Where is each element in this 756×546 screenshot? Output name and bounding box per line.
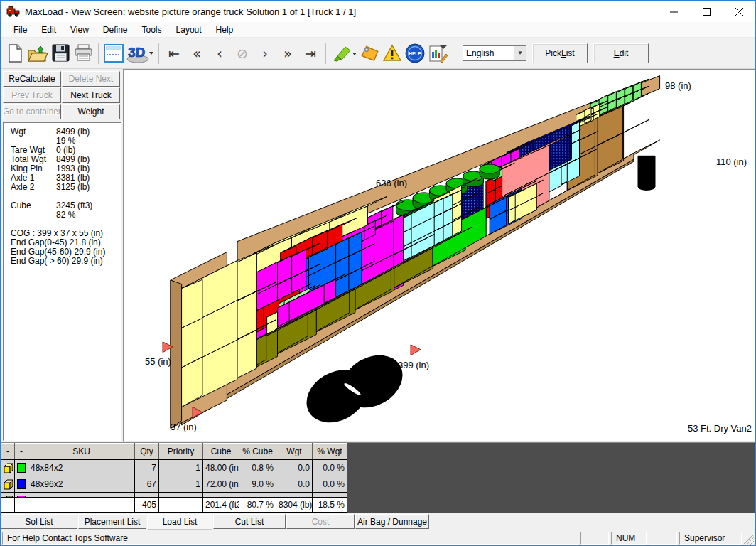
weight-button[interactable]: Weight: [62, 104, 120, 119]
picklist-button[interactable]: PickList: [532, 43, 588, 63]
menu-layout[interactable]: Layout: [169, 23, 209, 36]
go-last-button[interactable]: ⇥: [299, 41, 322, 65]
menu-edit[interactable]: Edit: [34, 23, 63, 36]
stat-endgap-3: End Gap( > 60) 29.9 (in): [11, 257, 118, 266]
open-file-button[interactable]: [26, 41, 49, 65]
col-header-cube[interactable]: Cube: [203, 444, 239, 459]
load-list-header: - - SKU Qty Priority Cube % Cube Wgt % W…: [1, 443, 347, 459]
truck-load-drawing: 636 (in) 98 (in) 110 (in) 55 (in) 399 (i…: [124, 70, 755, 441]
cell-wgt: 0.0: [276, 460, 313, 476]
go-to-container-button[interactable]: Go to container: [3, 104, 61, 119]
cancel-icon: ⊘: [237, 46, 248, 61]
cancel-button[interactable]: ⊘: [231, 41, 254, 65]
minimize-button[interactable]: [657, 1, 690, 22]
tab-placement-list[interactable]: Placement List: [78, 514, 146, 529]
close-icon: [735, 8, 743, 16]
total-wgt: 8304 (lb): [276, 498, 313, 513]
cell-cube: 72.00 (in3): [203, 476, 239, 493]
stat-cube-pct: 82 %: [11, 210, 118, 220]
report-button[interactable]: [426, 41, 449, 65]
resize-grip[interactable]: [744, 535, 754, 545]
col-header-pct-wgt[interactable]: % Wgt: [313, 444, 347, 459]
go-last-icon: ⇥: [305, 46, 316, 61]
tab-cost[interactable]: Cost: [286, 514, 355, 529]
col-header-wgt[interactable]: Wgt: [276, 444, 313, 459]
go-prev-button[interactable]: ‹: [208, 41, 231, 65]
app-window: MaxLoad - View Screen: website picture o…: [0, 0, 756, 546]
cell-pct-cube: 9.0 %: [239, 476, 276, 493]
close-button[interactable]: [723, 1, 755, 22]
box-icon: [4, 463, 14, 473]
menu-define[interactable]: Define: [96, 23, 135, 36]
go-next-group-icon: »: [284, 46, 292, 61]
save-icon: [52, 44, 70, 62]
dim-width-label: 98 (in): [665, 80, 691, 91]
maximize-button[interactable]: [690, 1, 723, 22]
go-next-group-button[interactable]: »: [276, 41, 299, 65]
load-3d-view[interactable]: 636 (in) 98 (in) 110 (in) 55 (in) 399 (i…: [123, 69, 755, 442]
load-list-total-row: 405 201.4 (ft3) 80.7 % 8304 (lb) 18.5 %: [1, 497, 347, 513]
col-header-sku[interactable]: SKU: [28, 444, 135, 459]
dim-length-label: 636 (in): [376, 178, 407, 188]
3d-view-button[interactable]: 3D: [125, 41, 155, 65]
warning-button[interactable]: [381, 41, 404, 65]
delete-next-button[interactable]: Delete Next: [62, 71, 120, 87]
cell-sku: 48x96x2: [28, 476, 135, 493]
col-header-collapse2[interactable]: -: [15, 444, 28, 459]
new-file-button[interactable]: [4, 41, 26, 65]
status-cell-empty1: [580, 532, 609, 545]
table-row[interactable]: 48x96x2 67 1 72.00 (in3) 9.0 % 0.0 0.0 %: [1, 476, 347, 493]
cell-qty: 7: [135, 460, 159, 476]
box-icon: [4, 479, 14, 490]
table-row[interactable]: 48x84x2 7 1 48.00 (in3) 0.8 % 0.0 0.0 %: [1, 460, 347, 476]
status-bar: For Help Contact Tops Software NUM Super…: [1, 530, 755, 545]
save-button[interactable]: [49, 41, 72, 65]
tab-load-list[interactable]: Load List: [147, 514, 212, 530]
go-next-button[interactable]: ›: [254, 41, 276, 65]
recalculate-button[interactable]: ReCalculate: [3, 71, 61, 87]
warning-icon: [382, 44, 402, 62]
menu-view[interactable]: View: [63, 23, 96, 36]
stat-axle2: Axle 23125 (lb): [11, 183, 118, 192]
control-panel: ReCalculate Delete Next Prev Truck Next …: [1, 69, 123, 442]
next-truck-button[interactable]: Next Truck: [62, 87, 120, 103]
view-screen-button[interactable]: [102, 41, 125, 65]
col-header-pct-cube[interactable]: % Cube: [239, 444, 276, 459]
print-button[interactable]: [72, 41, 94, 65]
go-next-icon: ›: [262, 46, 268, 61]
tab-sol-list[interactable]: Sol List: [1, 514, 77, 529]
go-prev-icon: ‹: [217, 46, 222, 61]
edit-button[interactable]: Edit: [593, 43, 649, 63]
col-header-qty[interactable]: Qty: [135, 444, 159, 459]
dim-front-width-label: 37 (in): [171, 422, 197, 432]
highlighter-button[interactable]: [330, 41, 358, 65]
prev-truck-button[interactable]: Prev Truck: [3, 87, 61, 103]
tab-cut-list[interactable]: Cut List: [213, 514, 286, 529]
total-cube: 201.4 (ft3): [203, 498, 239, 513]
load-list-body: 48x84x2 7 1 48.00 (in3) 0.8 % 0.0 0.0 % …: [1, 459, 347, 497]
new-file-icon: [6, 44, 23, 63]
chevron-down-icon[interactable]: ▼: [514, 46, 526, 60]
language-select[interactable]: English ▼: [463, 46, 526, 61]
total-pct-cube: 80.7 %: [239, 498, 276, 513]
cell-cube: 48.00 (in3): [203, 460, 239, 476]
tag-button[interactable]: [358, 41, 381, 65]
menu-file[interactable]: File: [6, 23, 34, 36]
help-icon: HELP: [405, 43, 425, 63]
load-statistics: Wgt8499 (lb) 19 % Tare Wgt0 (lb) Total W…: [3, 122, 122, 441]
col-header-collapse1[interactable]: -: [1, 444, 15, 459]
go-prev-group-icon: «: [193, 46, 201, 61]
menu-tools[interactable]: Tools: [135, 23, 169, 36]
maximize-icon: [703, 8, 711, 16]
cell-pct-cube: 0.8 %: [239, 460, 276, 476]
tab-air-bag-dunnage[interactable]: Air Bag / Dunnage: [355, 514, 429, 529]
picklist-label: PickList: [545, 48, 574, 58]
help-button[interactable]: HELP: [404, 41, 426, 65]
tag-icon: [359, 44, 380, 63]
menu-help[interactable]: Help: [209, 23, 241, 36]
go-first-button[interactable]: ⇤: [163, 41, 185, 65]
toolbar-separator: [453, 43, 453, 64]
col-header-priority[interactable]: Priority: [159, 444, 203, 459]
go-prev-group-button[interactable]: «: [185, 41, 208, 65]
total-qty: 405: [135, 498, 159, 513]
